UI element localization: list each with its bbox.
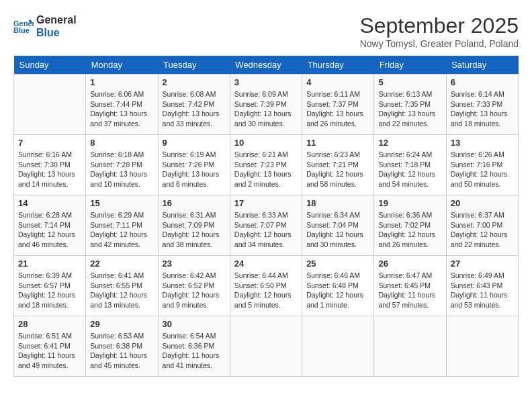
calendar-cell: 14Sunrise: 6:28 AM Sunset: 7:14 PM Dayli… xyxy=(14,195,86,256)
day-info: Sunrise: 6:24 AM Sunset: 7:18 PM Dayligh… xyxy=(378,150,441,189)
col-header-monday: Monday xyxy=(86,56,158,75)
calendar-cell: 23Sunrise: 6:42 AM Sunset: 6:52 PM Dayli… xyxy=(158,256,230,316)
calendar-cell: 15Sunrise: 6:29 AM Sunset: 7:11 PM Dayli… xyxy=(86,195,158,256)
day-info: Sunrise: 6:34 AM Sunset: 7:04 PM Dayligh… xyxy=(306,210,369,250)
day-info: Sunrise: 6:36 AM Sunset: 7:02 PM Dayligh… xyxy=(378,210,441,250)
day-number: 26 xyxy=(378,259,441,269)
day-number: 17 xyxy=(234,198,298,208)
day-info: Sunrise: 6:26 AM Sunset: 7:16 PM Dayligh… xyxy=(451,150,514,189)
calendar-cell: 4Sunrise: 6:11 AM Sunset: 7:37 PM Daylig… xyxy=(302,75,374,135)
calendar-cell: 10Sunrise: 6:21 AM Sunset: 7:23 PM Dayli… xyxy=(230,135,302,195)
day-number: 11 xyxy=(306,138,369,148)
day-info: Sunrise: 6:37 AM Sunset: 7:00 PM Dayligh… xyxy=(451,210,514,250)
logo-general: General xyxy=(36,13,77,26)
calendar-cell: 24Sunrise: 6:44 AM Sunset: 6:50 PM Dayli… xyxy=(230,256,302,316)
calendar-cell: 30Sunrise: 6:54 AM Sunset: 6:36 PM Dayli… xyxy=(158,316,230,377)
day-number: 20 xyxy=(451,198,514,208)
day-number: 15 xyxy=(90,198,153,208)
calendar-cell: 16Sunrise: 6:31 AM Sunset: 7:09 PM Dayli… xyxy=(158,195,230,256)
calendar-cell: 27Sunrise: 6:49 AM Sunset: 6:43 PM Dayli… xyxy=(446,256,518,316)
col-header-tuesday: Tuesday xyxy=(158,56,230,75)
day-number: 28 xyxy=(18,319,81,329)
day-info: Sunrise: 6:54 AM Sunset: 6:36 PM Dayligh… xyxy=(163,331,226,371)
day-number: 10 xyxy=(234,138,298,148)
day-number: 29 xyxy=(90,319,153,329)
col-header-thursday: Thursday xyxy=(302,56,374,75)
day-number: 16 xyxy=(163,198,226,208)
page-header: General Blue General Blue September 2025… xyxy=(13,13,519,49)
day-number: 7 xyxy=(18,138,81,148)
calendar-cell: 17Sunrise: 6:33 AM Sunset: 7:07 PM Dayli… xyxy=(230,195,302,256)
calendar-week-row: 1Sunrise: 6:06 AM Sunset: 7:44 PM Daylig… xyxy=(14,75,519,135)
calendar-cell: 3Sunrise: 6:09 AM Sunset: 7:39 PM Daylig… xyxy=(230,75,302,135)
day-number: 1 xyxy=(90,77,153,87)
month-title: September 2025 xyxy=(359,13,519,38)
logo: General Blue General Blue xyxy=(13,13,77,39)
day-info: Sunrise: 6:08 AM Sunset: 7:42 PM Dayligh… xyxy=(163,89,226,129)
day-info: Sunrise: 6:31 AM Sunset: 7:09 PM Dayligh… xyxy=(163,210,226,250)
calendar-cell: 5Sunrise: 6:13 AM Sunset: 7:35 PM Daylig… xyxy=(374,75,446,135)
calendar-cell: 13Sunrise: 6:26 AM Sunset: 7:16 PM Dayli… xyxy=(446,135,518,195)
calendar-cell: 19Sunrise: 6:36 AM Sunset: 7:02 PM Dayli… xyxy=(374,195,446,256)
day-number: 12 xyxy=(378,138,441,148)
day-info: Sunrise: 6:44 AM Sunset: 6:50 PM Dayligh… xyxy=(234,271,298,310)
calendar-cell: 6Sunrise: 6:14 AM Sunset: 7:33 PM Daylig… xyxy=(446,75,518,135)
calendar-cell: 9Sunrise: 6:19 AM Sunset: 7:26 PM Daylig… xyxy=(158,135,230,195)
day-number: 5 xyxy=(378,77,441,87)
day-info: Sunrise: 6:14 AM Sunset: 7:33 PM Dayligh… xyxy=(451,89,514,129)
day-number: 13 xyxy=(451,138,514,148)
calendar-cell xyxy=(302,316,374,377)
calendar-week-row: 28Sunrise: 6:51 AM Sunset: 6:41 PM Dayli… xyxy=(14,316,519,377)
day-info: Sunrise: 6:51 AM Sunset: 6:41 PM Dayligh… xyxy=(18,331,81,371)
calendar-header-row: SundayMondayTuesdayWednesdayThursdayFrid… xyxy=(14,56,519,75)
day-info: Sunrise: 6:46 AM Sunset: 6:48 PM Dayligh… xyxy=(306,271,369,310)
svg-text:Blue: Blue xyxy=(13,26,30,34)
day-number: 25 xyxy=(306,259,369,269)
calendar-cell xyxy=(14,75,86,135)
col-header-sunday: Sunday xyxy=(14,56,86,75)
calendar-table: SundayMondayTuesdayWednesdayThursdayFrid… xyxy=(13,56,519,377)
day-number: 23 xyxy=(163,259,226,269)
calendar-cell: 1Sunrise: 6:06 AM Sunset: 7:44 PM Daylig… xyxy=(86,75,158,135)
day-info: Sunrise: 6:06 AM Sunset: 7:44 PM Dayligh… xyxy=(90,89,153,129)
calendar-cell: 7Sunrise: 6:16 AM Sunset: 7:30 PM Daylig… xyxy=(14,135,86,195)
day-number: 21 xyxy=(18,259,81,269)
day-number: 18 xyxy=(306,198,369,208)
location-subtitle: Nowy Tomysl, Greater Poland, Poland xyxy=(359,38,519,49)
day-info: Sunrise: 6:28 AM Sunset: 7:14 PM Dayligh… xyxy=(18,210,81,250)
day-info: Sunrise: 6:42 AM Sunset: 6:52 PM Dayligh… xyxy=(163,271,226,310)
calendar-cell: 12Sunrise: 6:24 AM Sunset: 7:18 PM Dayli… xyxy=(374,135,446,195)
day-info: Sunrise: 6:33 AM Sunset: 7:07 PM Dayligh… xyxy=(234,210,298,250)
day-info: Sunrise: 6:41 AM Sunset: 6:55 PM Dayligh… xyxy=(90,271,153,310)
day-info: Sunrise: 6:39 AM Sunset: 6:57 PM Dayligh… xyxy=(18,271,81,310)
calendar-cell: 11Sunrise: 6:23 AM Sunset: 7:21 PM Dayli… xyxy=(302,135,374,195)
logo-blue: Blue xyxy=(36,26,77,39)
day-info: Sunrise: 6:53 AM Sunset: 6:38 PM Dayligh… xyxy=(90,331,153,371)
col-header-saturday: Saturday xyxy=(446,56,518,75)
day-number: 4 xyxy=(306,77,369,87)
calendar-cell: 22Sunrise: 6:41 AM Sunset: 6:55 PM Dayli… xyxy=(86,256,158,316)
day-info: Sunrise: 6:21 AM Sunset: 7:23 PM Dayligh… xyxy=(234,150,298,189)
calendar-cell: 28Sunrise: 6:51 AM Sunset: 6:41 PM Dayli… xyxy=(14,316,86,377)
day-info: Sunrise: 6:29 AM Sunset: 7:11 PM Dayligh… xyxy=(90,210,153,250)
calendar-cell xyxy=(230,316,302,377)
day-info: Sunrise: 6:16 AM Sunset: 7:30 PM Dayligh… xyxy=(18,150,81,189)
day-number: 8 xyxy=(90,138,153,148)
calendar-cell: 18Sunrise: 6:34 AM Sunset: 7:04 PM Dayli… xyxy=(302,195,374,256)
day-number: 9 xyxy=(163,138,226,148)
day-number: 3 xyxy=(234,77,298,87)
day-info: Sunrise: 6:49 AM Sunset: 6:43 PM Dayligh… xyxy=(451,271,514,310)
day-info: Sunrise: 6:09 AM Sunset: 7:39 PM Dayligh… xyxy=(234,89,298,129)
day-number: 27 xyxy=(451,259,514,269)
col-header-friday: Friday xyxy=(374,56,446,75)
logo-icon: General Blue xyxy=(13,18,34,34)
day-info: Sunrise: 6:47 AM Sunset: 6:45 PM Dayligh… xyxy=(378,271,441,310)
calendar-cell: 8Sunrise: 6:18 AM Sunset: 7:28 PM Daylig… xyxy=(86,135,158,195)
day-number: 30 xyxy=(163,319,226,329)
day-info: Sunrise: 6:11 AM Sunset: 7:37 PM Dayligh… xyxy=(306,89,369,129)
day-number: 6 xyxy=(451,77,514,87)
calendar-week-row: 14Sunrise: 6:28 AM Sunset: 7:14 PM Dayli… xyxy=(14,195,519,256)
calendar-cell: 29Sunrise: 6:53 AM Sunset: 6:38 PM Dayli… xyxy=(86,316,158,377)
calendar-cell: 25Sunrise: 6:46 AM Sunset: 6:48 PM Dayli… xyxy=(302,256,374,316)
day-info: Sunrise: 6:23 AM Sunset: 7:21 PM Dayligh… xyxy=(306,150,369,189)
